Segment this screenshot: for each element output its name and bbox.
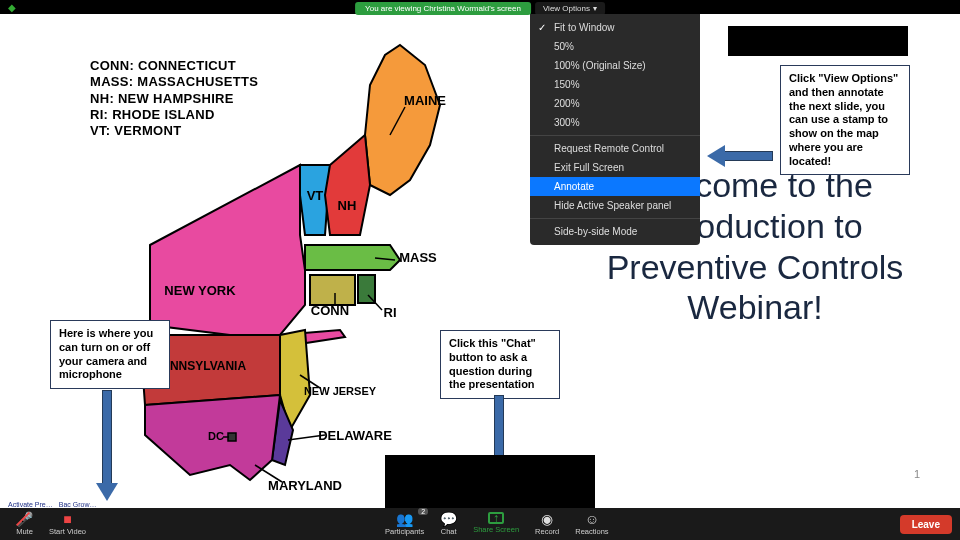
label-ri: RI <box>384 305 397 320</box>
chat-button[interactable]: 💬 Chat <box>432 510 465 538</box>
record-button[interactable]: ◉ Record <box>527 510 567 538</box>
label-delaware: DELAWARE <box>318 428 392 443</box>
state-ny <box>150 165 305 335</box>
label-maine: MAINE <box>404 93 446 108</box>
viewing-indicator: You are viewing Christina Wormald's scre… <box>355 2 531 15</box>
state-nh <box>325 135 370 235</box>
participants-count: 2 <box>418 508 428 515</box>
label-newyork: NEW YORK <box>164 283 236 298</box>
label-dc: DC <box>208 430 224 442</box>
reactions-icon: ☺ <box>585 512 599 526</box>
share-icon: ↑ <box>488 512 504 524</box>
menu-request-remote[interactable]: Request Remote Control <box>530 139 700 158</box>
menu-zoom-150[interactable]: 150% <box>530 75 700 94</box>
participants-button[interactable]: 2 👥 Participants <box>377 510 432 538</box>
start-video-button[interactable]: ■ Start Video <box>41 510 94 538</box>
status-a: Activate Pre… <box>8 501 53 508</box>
state-mass <box>305 245 400 270</box>
menu-side-by-side[interactable]: Side-by-side Mode <box>530 222 700 241</box>
zoom-toolbar: 🎤 Mute ■ Start Video 2 👥 Participants 💬 … <box>0 508 960 540</box>
menu-fit-to-window[interactable]: Fit to Window <box>530 18 700 37</box>
mute-button[interactable]: 🎤 Mute <box>8 510 41 538</box>
callout-camera-mic: Here is where you can turn on or off you… <box>50 320 170 389</box>
callout-view-options: Click "View Options" and then annotate t… <box>780 65 910 175</box>
chevron-down-icon: ▾ <box>593 4 597 13</box>
people-icon: 👥 <box>396 512 413 526</box>
arrow-to-mute-video <box>96 390 118 500</box>
start-video-label: Start Video <box>49 527 86 536</box>
slide-number: 1 <box>914 468 920 480</box>
state-conn <box>310 275 355 305</box>
taskbar-mini: Activate Pre… Bac Grow… <box>8 501 96 508</box>
menu-zoom-300[interactable]: 300% <box>530 113 700 132</box>
camera-icon: ■ <box>63 512 71 526</box>
state-maine <box>365 45 440 195</box>
label-nh: NH <box>338 198 357 213</box>
view-options-menu: Fit to Window 50% 100% (Original Size) 1… <box>530 14 700 245</box>
label-vt: VT <box>307 188 324 203</box>
reactions-button[interactable]: ☺ Reactions <box>567 510 616 538</box>
share-screen-button[interactable]: ↑ Share Screen <box>465 510 527 538</box>
redacted-box-bottom <box>385 455 595 510</box>
menu-zoom-100[interactable]: 100% (Original Size) <box>530 56 700 75</box>
mute-label: Mute <box>16 527 33 536</box>
label-newjersey: NEW JERSEY <box>304 385 377 397</box>
menu-hide-speaker[interactable]: Hide Active Speaker panel <box>530 196 700 215</box>
share-screen-label: Share Screen <box>473 525 519 534</box>
label-mass: MASS <box>399 250 437 265</box>
state-dc <box>228 433 236 441</box>
reactions-label: Reactions <box>575 527 608 536</box>
record-label: Record <box>535 527 559 536</box>
leave-button[interactable]: Leave <box>900 515 952 534</box>
status-b: Bac Grow… <box>59 501 97 508</box>
redacted-box-top <box>728 26 908 56</box>
view-options-label: View Options <box>543 4 590 13</box>
microphone-icon: 🎤 <box>16 512 33 526</box>
menu-annotate[interactable]: Annotate <box>530 177 700 196</box>
participants-label: Participants <box>385 527 424 536</box>
shield-icon: ◆ <box>8 2 16 13</box>
menu-zoom-50[interactable]: 50% <box>530 37 700 56</box>
chat-icon: 💬 <box>440 512 457 526</box>
menu-zoom-200[interactable]: 200% <box>530 94 700 113</box>
arrow-to-annotate <box>708 145 773 167</box>
northeast-us-map: MAINE VT NH MASS CONN RI NEW YORK PENNSY… <box>130 35 480 515</box>
label-conn: CONN <box>311 303 349 318</box>
callout-chat: Click this "Chat" button to ask a questi… <box>440 330 560 399</box>
chat-label: Chat <box>441 527 457 536</box>
menu-exit-fullscreen[interactable]: Exit Full Screen <box>530 158 700 177</box>
record-icon: ◉ <box>541 512 553 526</box>
menu-separator <box>530 218 700 219</box>
menu-separator <box>530 135 700 136</box>
